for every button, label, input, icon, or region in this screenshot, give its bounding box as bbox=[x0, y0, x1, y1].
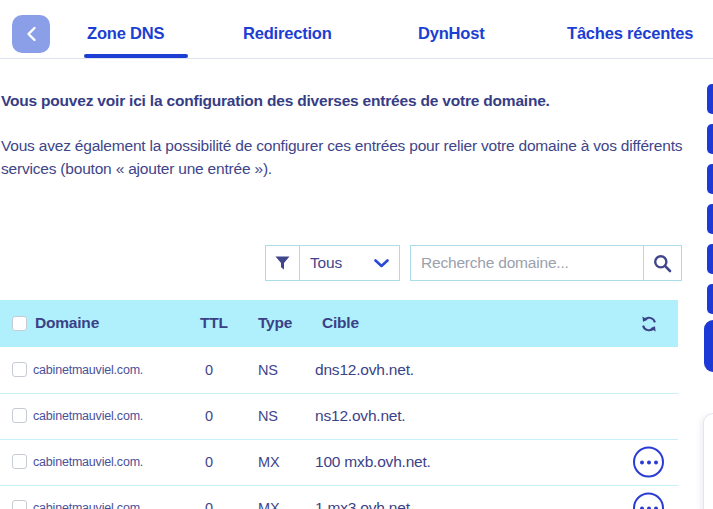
cell-target: 100 mxb.ovh.net. bbox=[315, 453, 431, 471]
table-row: cabinetmauviel.com. 0 MX 1 mx3.ovh.net. bbox=[0, 485, 678, 509]
cut-off-action-button[interactable] bbox=[707, 164, 713, 194]
cut-off-action-button[interactable] bbox=[707, 244, 713, 274]
select-all-checkbox[interactable] bbox=[12, 316, 27, 331]
cell-target: ns12.ovh.net. bbox=[315, 407, 405, 425]
tab-redirection[interactable]: Redirection bbox=[243, 24, 332, 43]
floating-panel bbox=[703, 413, 713, 509]
dns-zone-page: Zone DNS Redirection DynHost Tâches réce… bbox=[0, 0, 713, 509]
back-button[interactable] bbox=[12, 15, 50, 53]
row-checkbox[interactable] bbox=[12, 500, 27, 509]
chevron-down-icon bbox=[374, 259, 389, 268]
ellipsis-icon bbox=[640, 460, 644, 464]
row-actions-button[interactable] bbox=[633, 447, 664, 478]
intro-body: Vous avez également la possibilité de co… bbox=[1, 134, 698, 180]
cell-domain: cabinetmauviel.com. bbox=[33, 501, 143, 509]
search-button[interactable] bbox=[643, 246, 681, 280]
row-checkbox[interactable] bbox=[12, 408, 27, 423]
refresh-button[interactable] bbox=[638, 313, 660, 335]
cell-ttl: 0 bbox=[205, 362, 213, 378]
magnifier-icon bbox=[653, 254, 672, 273]
cut-off-action-button[interactable] bbox=[707, 284, 713, 314]
cut-off-action-button[interactable] bbox=[707, 84, 713, 114]
cut-off-action-button[interactable] bbox=[707, 204, 713, 234]
column-header-domaine: Domaine bbox=[35, 314, 99, 332]
active-tab-underline bbox=[84, 54, 188, 58]
cell-target: dns12.ovh.net. bbox=[315, 361, 414, 379]
table-row: cabinetmauviel.com. 0 MX 100 mxb.ovh.net… bbox=[0, 439, 678, 486]
chevron-left-icon bbox=[26, 26, 37, 42]
cell-type: MX bbox=[258, 500, 279, 509]
filter-divider bbox=[299, 246, 300, 280]
column-header-cible: Cible bbox=[322, 314, 359, 332]
row-checkbox[interactable] bbox=[12, 454, 27, 469]
search-input[interactable] bbox=[411, 246, 643, 280]
record-type-filter[interactable]: Tous bbox=[265, 245, 400, 281]
cell-type: NS bbox=[258, 408, 278, 424]
cell-target: 1 mx3.ovh.net. bbox=[315, 499, 414, 509]
tab-bar: Zone DNS Redirection DynHost Tâches réce… bbox=[0, 0, 713, 59]
cell-domain: cabinetmauviel.com. bbox=[33, 363, 143, 377]
cell-ttl: 0 bbox=[205, 454, 213, 470]
cut-off-action-button[interactable] bbox=[707, 124, 713, 154]
row-actions-button[interactable] bbox=[633, 493, 664, 509]
tab-dynhost[interactable]: DynHost bbox=[418, 24, 484, 43]
cell-ttl: 0 bbox=[205, 500, 213, 509]
refresh-icon bbox=[640, 315, 658, 333]
filter-selected-value: Tous bbox=[310, 254, 342, 272]
tab-zone-dns[interactable]: Zone DNS bbox=[87, 24, 164, 43]
column-header-type: Type bbox=[258, 314, 292, 332]
table-row: cabinetmauviel.com. 0 NS ns12.ovh.net. bbox=[0, 393, 678, 440]
funnel-filter-icon bbox=[266, 256, 299, 270]
cell-type: NS bbox=[258, 362, 278, 378]
cell-domain: cabinetmauviel.com. bbox=[33, 455, 143, 469]
cell-domain: cabinetmauviel.com. bbox=[33, 409, 143, 423]
cut-off-action-button-large[interactable] bbox=[704, 320, 713, 372]
domain-search bbox=[410, 245, 682, 281]
tab-taches-recentes[interactable]: Tâches récentes bbox=[567, 24, 693, 43]
cell-ttl: 0 bbox=[205, 408, 213, 424]
column-header-ttl: TTL bbox=[200, 314, 228, 332]
cell-type: MX bbox=[258, 454, 279, 470]
table-row: cabinetmauviel.com. 0 NS dns12.ovh.net. bbox=[0, 347, 678, 394]
row-checkbox[interactable] bbox=[12, 362, 27, 377]
table-header: Domaine TTL Type Cible bbox=[0, 300, 678, 347]
intro-heading: Vous pouvez voir ici la configuration de… bbox=[1, 90, 696, 112]
